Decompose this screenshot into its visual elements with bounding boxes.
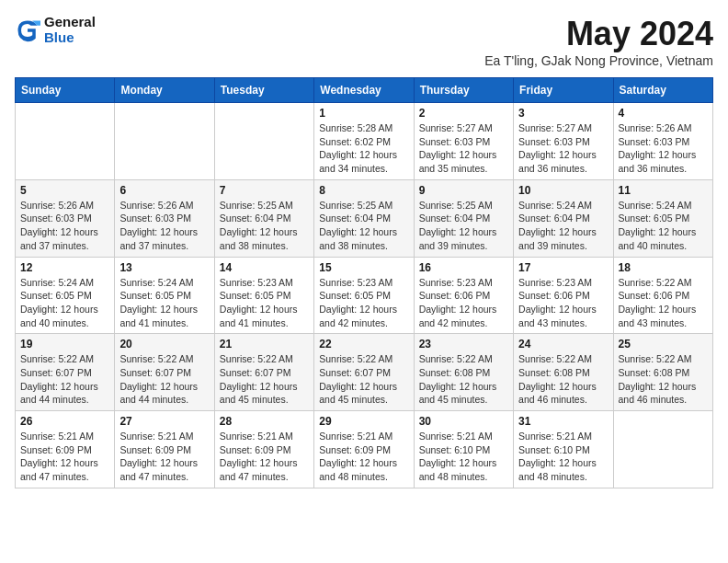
calendar-cell: 25Sunrise: 5:22 AM Sunset: 6:08 PM Dayli…	[613, 334, 712, 411]
header-tuesday: Tuesday	[214, 78, 313, 103]
day-number: 2	[419, 107, 508, 120]
logo: General Blue	[15, 15, 96, 45]
day-info: Sunrise: 5:28 AM Sunset: 6:02 PM Dayligh…	[319, 121, 408, 176]
day-number: 24	[518, 338, 608, 350]
calendar-cell: 7Sunrise: 5:25 AM Sunset: 6:04 PM Daylig…	[214, 179, 313, 257]
calendar-cell: 5Sunrise: 5:26 AM Sunset: 6:03 PM Daylig…	[16, 179, 115, 257]
day-info: Sunrise: 5:25 AM Sunset: 6:04 PM Dayligh…	[220, 199, 309, 253]
day-number: 30	[419, 415, 508, 428]
calendar-cell: 6Sunrise: 5:26 AM Sunset: 6:03 PM Daylig…	[115, 179, 214, 257]
day-info: Sunrise: 5:22 AM Sunset: 6:08 PM Dayligh…	[619, 352, 708, 407]
calendar-cell: 21Sunrise: 5:22 AM Sunset: 6:07 PM Dayli…	[214, 334, 313, 411]
day-info: Sunrise: 5:21 AM Sunset: 6:09 PM Dayligh…	[319, 430, 408, 484]
day-number: 1	[319, 107, 408, 120]
calendar-cell: 27Sunrise: 5:21 AM Sunset: 6:09 PM Dayli…	[115, 411, 214, 488]
calendar-cell: 16Sunrise: 5:23 AM Sunset: 6:06 PM Dayli…	[414, 257, 513, 334]
day-info: Sunrise: 5:25 AM Sunset: 6:04 PM Dayligh…	[319, 199, 408, 253]
day-number: 23	[419, 338, 508, 350]
calendar-cell: 29Sunrise: 5:21 AM Sunset: 6:09 PM Dayli…	[314, 411, 414, 488]
day-number: 12	[20, 261, 109, 274]
day-number: 4	[619, 107, 708, 120]
day-number: 13	[119, 261, 209, 274]
day-number: 17	[518, 261, 608, 274]
day-info: Sunrise: 5:22 AM Sunset: 6:08 PM Dayligh…	[419, 352, 508, 407]
calendar-cell: 26Sunrise: 5:21 AM Sunset: 6:09 PM Dayli…	[16, 411, 115, 488]
day-info: Sunrise: 5:23 AM Sunset: 6:06 PM Dayligh…	[419, 276, 508, 330]
day-info: Sunrise: 5:22 AM Sunset: 6:07 PM Dayligh…	[319, 352, 408, 407]
calendar-cell: 31Sunrise: 5:21 AM Sunset: 6:10 PM Dayli…	[514, 411, 613, 488]
calendar-cell	[115, 103, 214, 180]
calendar-cell: 4Sunrise: 5:26 AM Sunset: 6:03 PM Daylig…	[613, 103, 712, 180]
day-number: 25	[619, 338, 708, 350]
calendar-cell	[613, 411, 712, 488]
day-info: Sunrise: 5:21 AM Sunset: 6:10 PM Dayligh…	[518, 430, 608, 484]
day-info: Sunrise: 5:24 AM Sunset: 6:05 PM Dayligh…	[119, 276, 209, 330]
day-info: Sunrise: 5:26 AM Sunset: 6:03 PM Dayligh…	[20, 199, 109, 253]
page-header: General Blue May 2024 Ea T'ling, GJak No…	[15, 15, 713, 68]
day-number: 28	[220, 415, 309, 428]
calendar-cell: 12Sunrise: 5:24 AM Sunset: 6:05 PM Dayli…	[16, 257, 115, 334]
header-monday: Monday	[115, 78, 214, 103]
day-info: Sunrise: 5:21 AM Sunset: 6:09 PM Dayligh…	[20, 430, 109, 484]
day-number: 27	[119, 415, 209, 428]
day-info: Sunrise: 5:23 AM Sunset: 6:06 PM Dayligh…	[518, 276, 608, 330]
day-info: Sunrise: 5:21 AM Sunset: 6:10 PM Dayligh…	[419, 430, 508, 484]
day-info: Sunrise: 5:22 AM Sunset: 6:06 PM Dayligh…	[619, 276, 708, 330]
calendar-cell: 19Sunrise: 5:22 AM Sunset: 6:07 PM Dayli…	[16, 334, 115, 411]
logo-text: General Blue	[44, 15, 96, 45]
calendar: SundayMondayTuesdayWednesdayThursdayFrid…	[15, 77, 713, 488]
day-info: Sunrise: 5:22 AM Sunset: 6:07 PM Dayligh…	[119, 352, 209, 407]
day-number: 16	[419, 261, 508, 274]
day-info: Sunrise: 5:22 AM Sunset: 6:08 PM Dayligh…	[518, 352, 608, 407]
day-number: 15	[319, 261, 408, 274]
header-wednesday: Wednesday	[314, 78, 414, 103]
calendar-cell: 1Sunrise: 5:28 AM Sunset: 6:02 PM Daylig…	[314, 103, 414, 180]
day-number: 22	[319, 338, 408, 350]
calendar-cell: 23Sunrise: 5:22 AM Sunset: 6:08 PM Dayli…	[414, 334, 513, 411]
day-info: Sunrise: 5:22 AM Sunset: 6:07 PM Dayligh…	[20, 352, 109, 407]
calendar-cell: 2Sunrise: 5:27 AM Sunset: 6:03 PM Daylig…	[414, 103, 513, 180]
calendar-week-1: 1Sunrise: 5:28 AM Sunset: 6:02 PM Daylig…	[16, 103, 713, 180]
header-thursday: Thursday	[414, 78, 513, 103]
calendar-cell: 11Sunrise: 5:24 AM Sunset: 6:05 PM Dayli…	[613, 179, 712, 257]
day-number: 18	[619, 261, 708, 274]
calendar-cell: 9Sunrise: 5:25 AM Sunset: 6:04 PM Daylig…	[414, 179, 513, 257]
calendar-cell: 22Sunrise: 5:22 AM Sunset: 6:07 PM Dayli…	[314, 334, 414, 411]
day-number: 20	[119, 338, 209, 350]
calendar-cell	[214, 103, 313, 180]
calendar-week-4: 19Sunrise: 5:22 AM Sunset: 6:07 PM Dayli…	[16, 334, 713, 411]
calendar-cell	[16, 103, 115, 180]
calendar-cell: 18Sunrise: 5:22 AM Sunset: 6:06 PM Dayli…	[613, 257, 712, 334]
calendar-cell: 28Sunrise: 5:21 AM Sunset: 6:09 PM Dayli…	[214, 411, 313, 488]
day-number: 8	[319, 184, 408, 197]
day-number: 31	[518, 415, 608, 428]
calendar-cell: 15Sunrise: 5:23 AM Sunset: 6:05 PM Dayli…	[314, 257, 414, 334]
day-info: Sunrise: 5:22 AM Sunset: 6:07 PM Dayligh…	[220, 352, 309, 407]
day-info: Sunrise: 5:21 AM Sunset: 6:09 PM Dayligh…	[119, 430, 209, 484]
day-info: Sunrise: 5:27 AM Sunset: 6:03 PM Dayligh…	[518, 121, 608, 176]
calendar-cell: 10Sunrise: 5:24 AM Sunset: 6:04 PM Dayli…	[514, 179, 613, 257]
day-number: 29	[319, 415, 408, 428]
day-number: 21	[220, 338, 309, 350]
calendar-cell: 8Sunrise: 5:25 AM Sunset: 6:04 PM Daylig…	[314, 179, 414, 257]
month-title: May 2024	[484, 15, 713, 53]
day-info: Sunrise: 5:23 AM Sunset: 6:05 PM Dayligh…	[220, 276, 309, 330]
day-number: 3	[518, 107, 608, 120]
day-number: 26	[20, 415, 109, 428]
day-number: 10	[518, 184, 608, 197]
day-info: Sunrise: 5:25 AM Sunset: 6:04 PM Dayligh…	[419, 199, 508, 253]
calendar-cell: 3Sunrise: 5:27 AM Sunset: 6:03 PM Daylig…	[514, 103, 613, 180]
day-number: 11	[619, 184, 708, 197]
location-title: Ea T'ling, GJak Nong Province, Vietnam	[484, 53, 713, 68]
calendar-cell: 30Sunrise: 5:21 AM Sunset: 6:10 PM Dayli…	[414, 411, 513, 488]
title-block: May 2024 Ea T'ling, GJak Nong Province, …	[484, 15, 713, 68]
calendar-cell: 17Sunrise: 5:23 AM Sunset: 6:06 PM Dayli…	[514, 257, 613, 334]
calendar-cell: 13Sunrise: 5:24 AM Sunset: 6:05 PM Dayli…	[115, 257, 214, 334]
day-info: Sunrise: 5:24 AM Sunset: 6:04 PM Dayligh…	[518, 199, 608, 253]
day-info: Sunrise: 5:27 AM Sunset: 6:03 PM Dayligh…	[419, 121, 508, 176]
day-info: Sunrise: 5:23 AM Sunset: 6:05 PM Dayligh…	[319, 276, 408, 330]
calendar-week-5: 26Sunrise: 5:21 AM Sunset: 6:09 PM Dayli…	[16, 411, 713, 488]
calendar-cell: 14Sunrise: 5:23 AM Sunset: 6:05 PM Dayli…	[214, 257, 313, 334]
calendar-week-2: 5Sunrise: 5:26 AM Sunset: 6:03 PM Daylig…	[16, 179, 713, 257]
header-sunday: Sunday	[16, 78, 115, 103]
